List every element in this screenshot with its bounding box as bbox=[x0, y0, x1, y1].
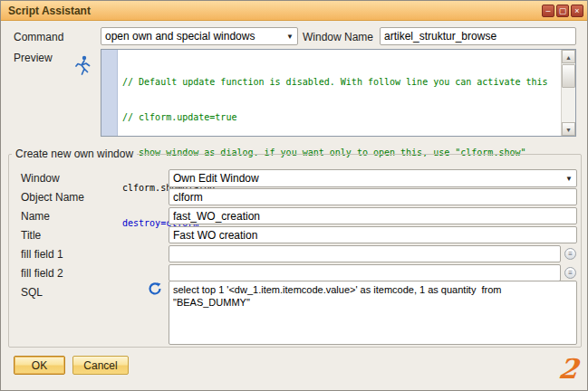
window-name-label: Window Name bbox=[303, 31, 373, 43]
preview-scrollbar[interactable]: ▲ ▼ bbox=[561, 50, 575, 136]
close-icon[interactable]: × bbox=[571, 5, 583, 17]
title-label: Title bbox=[21, 229, 41, 242]
name-input[interactable] bbox=[169, 207, 577, 224]
sql-label: SQL bbox=[21, 286, 43, 299]
object-name-label: Object Name bbox=[21, 191, 84, 204]
chevron-down-icon: ▼ bbox=[286, 33, 294, 41]
script-preview-panel[interactable]: // Default update function is disabled. … bbox=[101, 49, 576, 137]
object-name-input[interactable] bbox=[169, 188, 577, 205]
sql-assistant-icon[interactable] bbox=[148, 281, 162, 296]
window-name-input[interactable] bbox=[380, 27, 576, 45]
window-type-select[interactable]: Own Edit Window ▼ bbox=[169, 169, 577, 187]
groupbox-title: Create new own window bbox=[12, 148, 137, 160]
title-input[interactable] bbox=[169, 226, 577, 243]
titlebar[interactable]: Script Assistant – ▢ × bbox=[1, 1, 587, 21]
script-assistant-window: Script Assistant – ▢ × Command open own … bbox=[0, 0, 588, 391]
maximize-icon[interactable]: ▢ bbox=[556, 5, 569, 17]
ok-button[interactable]: OK bbox=[14, 356, 65, 375]
window-type-selected-value: Own Edit Window bbox=[173, 172, 259, 185]
fill-field-1-input[interactable] bbox=[169, 245, 561, 262]
sql-input[interactable]: select top 1 '<dw_1.item.itemcode.value>… bbox=[169, 281, 577, 345]
fill-field-1-helper-icon[interactable]: ≡ bbox=[564, 248, 576, 260]
code-margin-strip bbox=[101, 50, 118, 136]
code-line: // Default update function is disabled. … bbox=[122, 76, 559, 88]
name-label: Name bbox=[21, 210, 50, 223]
scrollbar-thumb[interactable] bbox=[562, 64, 575, 88]
preview-label: Preview bbox=[14, 52, 53, 64]
scroll-down-icon[interactable]: ▼ bbox=[562, 122, 575, 136]
command-label: Command bbox=[14, 31, 63, 43]
command-select[interactable]: open own and special windows ▼ bbox=[101, 27, 298, 45]
fill-field-2-input[interactable] bbox=[169, 264, 561, 281]
window-title: Script Assistant bbox=[5, 5, 542, 17]
command-selected-value: open own and special windows bbox=[105, 30, 255, 43]
run-preview-icon[interactable] bbox=[75, 55, 91, 75]
fill-field-2-label: fill field 2 bbox=[21, 267, 63, 280]
minimize-icon[interactable]: – bbox=[542, 5, 554, 17]
chevron-down-icon: ▼ bbox=[565, 175, 573, 183]
scroll-up-icon[interactable]: ▲ bbox=[562, 50, 575, 63]
cancel-button[interactable]: Cancel bbox=[72, 356, 129, 375]
window-controls: – ▢ × bbox=[542, 5, 583, 17]
code-line: // clform.update=true bbox=[122, 111, 559, 123]
window-field-label: Window bbox=[21, 172, 60, 185]
beas-logo: 2 bbox=[557, 356, 580, 383]
fill-field-1-label: fill field 1 bbox=[21, 248, 63, 261]
fill-field-2-helper-icon[interactable]: ≡ bbox=[564, 267, 576, 279]
